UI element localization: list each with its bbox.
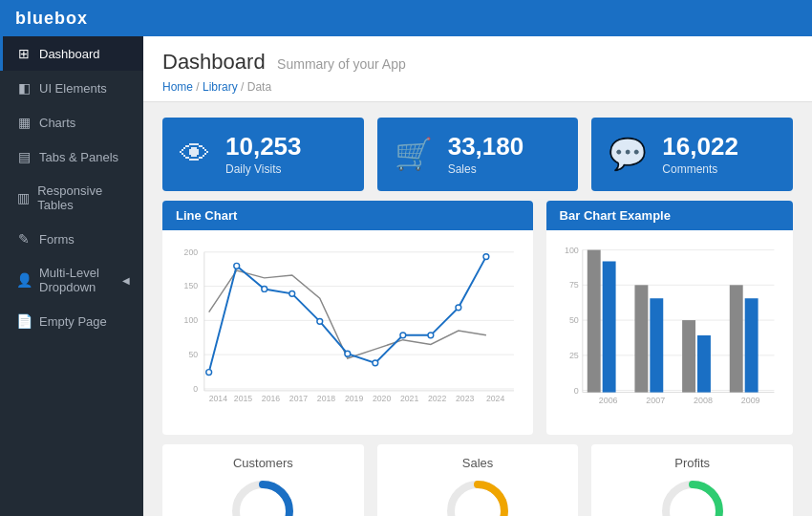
svg-point-29 (373, 360, 378, 366)
forms-icon: ✎ (16, 231, 32, 247)
svg-point-27 (317, 318, 323, 324)
svg-rect-53 (650, 298, 663, 392)
eye-icon: 👁 (180, 137, 210, 172)
svg-text:50: 50 (568, 315, 578, 325)
svg-text:100: 100 (565, 245, 579, 254)
svg-text:2019: 2019 (345, 394, 363, 403)
line-chart-header: Line Chart (162, 201, 533, 230)
sidebar-item-charts[interactable]: ▦ Charts (0, 105, 143, 140)
svg-text:2024: 2024 (486, 394, 504, 403)
sidebar-item-multi-level[interactable]: 👤 Multi-Level Dropdown ◀ (0, 256, 143, 304)
brand-logo: bluebox (15, 9, 88, 29)
multi-level-icon: 👤 (16, 272, 32, 288)
sidebar-item-empty-page[interactable]: 📄 Empty Page (0, 304, 143, 338)
sidebar-item-label: Multi-Level Dropdown (39, 266, 122, 294)
stat-value-comments: 16,022 (662, 133, 738, 161)
svg-text:2008: 2008 (694, 396, 713, 405)
comment-icon: 💬 (609, 136, 647, 172)
svg-rect-54 (682, 320, 695, 392)
donut-chart-profits (659, 478, 726, 516)
svg-point-31 (428, 333, 434, 338)
breadcrumb-sep2: / (241, 80, 247, 94)
donut-card-customers: Customers (162, 444, 364, 516)
sidebar-item-label: Forms (39, 232, 75, 247)
ui-elements-icon: ◧ (16, 80, 32, 96)
svg-text:2009: 2009 (740, 396, 759, 405)
svg-text:2014: 2014 (209, 394, 227, 403)
svg-rect-56 (729, 285, 742, 392)
sidebar-item-label: UI Elements (39, 81, 107, 96)
svg-text:150: 150 (184, 281, 199, 290)
stat-card-comments: 💬 16,022 Comments (591, 118, 793, 191)
svg-point-26 (289, 290, 295, 296)
svg-point-24 (234, 263, 240, 269)
bar-chart-header: Bar Chart Example (546, 201, 793, 230)
sidebar-item-label: Charts (39, 116, 75, 130)
stat-info: 16,022 Comments (662, 133, 738, 176)
breadcrumb-current: Data (247, 80, 271, 94)
empty-page-icon: 📄 (16, 313, 32, 329)
page-title: Dashboard (162, 50, 266, 74)
svg-text:2023: 2023 (456, 394, 474, 403)
charts-row: Line Chart 200 150 (143, 201, 812, 444)
sidebar-item-label: Responsive Tables (37, 183, 130, 212)
stat-value-sales: 33,180 (448, 133, 524, 161)
svg-text:50: 50 (188, 350, 198, 359)
stat-info: 10,253 Daily Visits (225, 133, 302, 176)
main-layout: ⊞ Dashboard ◧ UI Elements ▦ Charts ▤ Tab… (0, 36, 812, 516)
svg-rect-51 (602, 261, 615, 392)
cart-icon: 🛒 (395, 136, 433, 172)
svg-text:0: 0 (193, 383, 198, 393)
sidebar-item-ui-elements[interactable]: ◧ UI Elements (0, 71, 143, 105)
svg-rect-55 (697, 335, 711, 393)
svg-text:2006: 2006 (598, 396, 617, 405)
svg-text:2022: 2022 (428, 394, 446, 403)
line-chart-card: Line Chart 200 150 (162, 201, 533, 435)
svg-text:2016: 2016 (262, 394, 280, 403)
donut-chart-customers (229, 478, 296, 516)
svg-point-32 (456, 305, 461, 311)
svg-text:2007: 2007 (646, 396, 665, 405)
donut-title-sales: Sales (389, 456, 567, 470)
sidebar-item-forms[interactable]: ✎ Forms (0, 222, 143, 256)
svg-text:100: 100 (184, 315, 199, 325)
svg-text:0: 0 (573, 385, 578, 395)
dashboard-icon: ⊞ (16, 46, 32, 61)
sidebar-item-tabs-panels[interactable]: ▤ Tabs & Panels (0, 140, 143, 174)
content-area: Dashboard Summary of your App Home / Lib… (143, 36, 812, 516)
stat-value-daily-visits: 10,253 (225, 133, 302, 161)
donut-card-sales: Sales (377, 444, 579, 516)
svg-point-28 (345, 351, 351, 356)
svg-text:2018: 2018 (317, 394, 335, 403)
donut-title-profits: Profits (603, 456, 781, 470)
page-subtitle: Summary of your App (277, 56, 406, 72)
bar-chart-card: Bar Chart Example 100 75 (546, 201, 793, 435)
stat-label-sales: Sales (448, 162, 524, 176)
sidebar: ⊞ Dashboard ◧ UI Elements ▦ Charts ▤ Tab… (0, 36, 143, 516)
sidebar-item-dashboard[interactable]: ⊞ Dashboard (0, 36, 143, 71)
stat-label-daily-visits: Daily Visits (225, 162, 302, 176)
stat-label-comments: Comments (662, 162, 738, 176)
breadcrumb: Home / Library / Data (162, 80, 793, 94)
stat-card-sales: 🛒 33,180 Sales (377, 118, 579, 191)
svg-rect-50 (587, 249, 600, 392)
tabs-icon: ▤ (16, 149, 32, 164)
svg-rect-52 (634, 285, 648, 392)
svg-text:2020: 2020 (373, 394, 391, 403)
bar-chart-svg: 100 75 50 25 0 2006 2007 2008 2009 (556, 240, 783, 421)
donuts-row: Customers Sales (143, 444, 812, 516)
sidebar-item-label: Tabs & Panels (39, 150, 118, 164)
svg-text:2021: 2021 (400, 394, 418, 403)
line-chart-body: 200 150 100 50 0 2014 2015 2016 2017 201… (162, 230, 533, 435)
sidebar-item-responsive-tables[interactable]: ▥ Responsive Tables (0, 174, 143, 222)
breadcrumb-home[interactable]: Home (162, 80, 193, 94)
stats-row: 👁 10,253 Daily Visits 🛒 33,180 Sales 💬 1… (143, 102, 812, 201)
stat-info: 33,180 Sales (448, 133, 524, 176)
line-chart-svg: 200 150 100 50 0 2014 2015 2016 2017 201… (172, 240, 524, 421)
breadcrumb-library[interactable]: Library (203, 80, 238, 94)
chevron-icon: ◀ (122, 275, 130, 286)
stat-card-daily-visits: 👁 10,253 Daily Visits (162, 118, 364, 191)
page-header: Dashboard Summary of your App Home / Lib… (143, 36, 812, 102)
svg-rect-57 (744, 298, 758, 392)
svg-text:2017: 2017 (289, 394, 308, 403)
